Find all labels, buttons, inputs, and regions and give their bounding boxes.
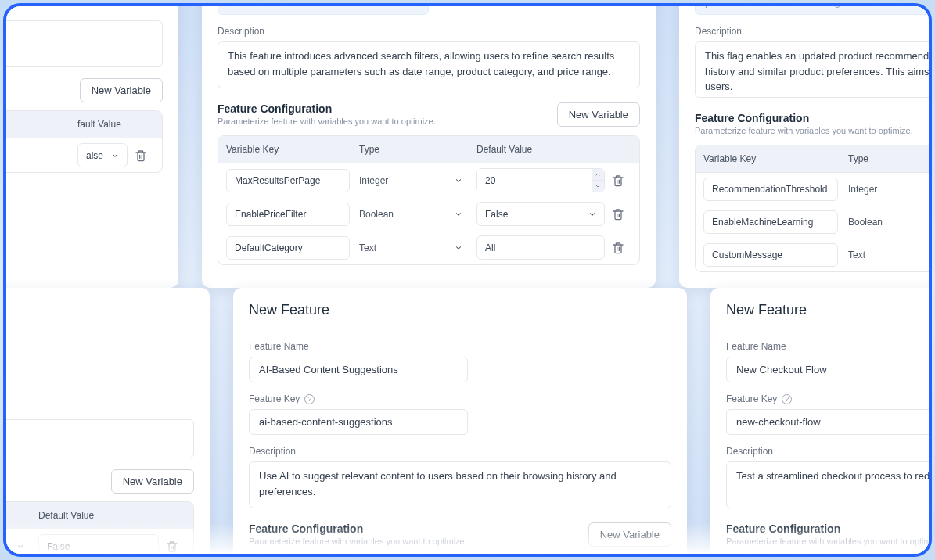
default-value-header: Default Value [38, 510, 159, 521]
feature-config-title: Feature Configuration [218, 102, 436, 115]
description-textarea[interactable]: sive experience. [3, 419, 194, 458]
feature-name-label: Feature Name [726, 341, 932, 352]
variable-key-input[interactable] [226, 236, 350, 260]
description-label: Description [218, 26, 640, 37]
new-variable-button[interactable]: New Variable [111, 469, 194, 494]
variable-row: Integer [696, 173, 932, 206]
feature-config-subtitle: Parameterize feature with variables you … [695, 126, 913, 135]
default-value-select[interactable]: False [476, 202, 605, 226]
variable-key-input[interactable] [703, 210, 838, 234]
description-label: Description [695, 26, 932, 37]
default-value-header: Default Value [476, 144, 605, 155]
feature-config-title: Feature Configuration [726, 522, 932, 535]
card-title: New Feature [726, 302, 932, 318]
variable-key-input[interactable] [703, 178, 838, 201]
variable-type-select[interactable]: Boolean [3, 541, 38, 552]
feature-name-input[interactable] [726, 357, 932, 382]
variable-type-select[interactable]: Integer [359, 175, 476, 186]
help-icon[interactable]: ? [782, 394, 792, 404]
variable-type-select[interactable]: Boolean [359, 209, 476, 220]
delete-variable-button[interactable] [159, 540, 185, 553]
feature-key-input[interactable] [249, 409, 468, 435]
description-label: Description [249, 446, 671, 457]
variable-key-input[interactable] [703, 243, 838, 267]
delete-variable-button[interactable] [605, 174, 631, 187]
description-textarea[interactable]: n enhances accessibility and [3, 20, 163, 67]
chevron-down-icon [455, 177, 462, 185]
default-value-header: fault Value [77, 119, 128, 130]
variable-type-select[interactable]: Text [848, 249, 932, 260]
feature-key-label: Feature Key [726, 393, 777, 404]
feature-card: New Feature Feature Name Feature Key ? D… [710, 288, 932, 557]
chevron-down-icon [16, 543, 24, 551]
feature-config-title: Feature Configuration [695, 112, 913, 124]
feature-card: sive experience. New Variable Default Va… [3, 288, 210, 557]
new-variable-button[interactable]: New Variable [80, 78, 163, 102]
variable-key-input[interactable] [226, 203, 350, 226]
feature-config-subtitle: Parameterize feature with variables you … [218, 117, 436, 126]
feature-config-subtitle: Parameterize feature with variables you … [726, 537, 932, 546]
new-variable-button[interactable]: New Variable [557, 102, 640, 127]
description-textarea[interactable]: This flag enables an updated product rec… [695, 41, 932, 98]
variable-type-select[interactable]: Text [359, 242, 476, 253]
chevron-down-icon [111, 152, 119, 160]
chevron-up-icon [595, 171, 601, 178]
description-textarea[interactable]: Test a streamlined checkout process to r… [726, 461, 932, 508]
feature-key-input[interactable] [726, 409, 932, 435]
variable-row: Text [218, 231, 639, 264]
chevron-down-icon [455, 210, 462, 218]
chevron-down-icon [455, 244, 462, 252]
stepper-down[interactable] [592, 181, 604, 192]
chevron-down-icon [588, 210, 596, 218]
variable-row: Text [696, 239, 932, 271]
help-icon[interactable]: ? [304, 394, 315, 404]
feature-config-subtitle: Parameterize feature with variables you … [249, 537, 467, 546]
variable-row: Boolean False [218, 197, 639, 231]
variable-key-header: Variable Key [226, 144, 359, 155]
feature-card: n enhances accessibility and New Variabl… [3, 3, 178, 288]
feature-config-title: Feature Configuration [249, 522, 467, 535]
default-value-select[interactable]: False [38, 534, 159, 557]
number-input[interactable] [477, 169, 592, 192]
feature-card: New Feature Feature Name Feature Key ? D… [233, 288, 687, 557]
feature-card: Description This feature introduces adva… [202, 3, 656, 288]
variable-type-select[interactable]: Integer [848, 184, 932, 195]
type-header: Type [359, 144, 476, 155]
description-textarea[interactable]: Use AI to suggest relevant content to us… [249, 461, 671, 508]
feature-key-input[interactable] [695, 3, 930, 15]
variable-row: Boolean [696, 206, 932, 239]
card-title: New Feature [249, 302, 671, 318]
type-header: Type [848, 153, 932, 164]
delete-variable-button[interactable] [605, 242, 631, 254]
variable-key-input[interactable] [226, 169, 350, 192]
variable-row: Boolean False [3, 529, 193, 557]
chevron-down-icon [595, 183, 601, 189]
feature-card: Description This flag enables an updated… [679, 3, 932, 288]
new-variable-button[interactable]: New Variable [588, 522, 671, 547]
description-label: Description [726, 446, 932, 457]
default-value-input[interactable] [476, 235, 605, 260]
feature-key-label: Feature Key [249, 393, 300, 404]
feature-name-input[interactable] [249, 357, 468, 382]
stepper-up[interactable] [592, 169, 604, 181]
default-value-number[interactable] [476, 168, 605, 192]
variable-key-header: Variable Key [703, 153, 848, 164]
description-textarea[interactable]: This feature introduces advanced search … [218, 41, 640, 88]
delete-variable-button[interactable] [605, 208, 631, 221]
default-value-select[interactable]: alse [77, 143, 128, 167]
feature-name-label: Feature Name [249, 341, 671, 352]
variable-row: Integer [218, 163, 639, 197]
feature-key-input[interactable] [218, 3, 429, 15]
delete-variable-button[interactable] [128, 149, 154, 162]
variable-type-select[interactable]: Boolean [848, 217, 932, 228]
